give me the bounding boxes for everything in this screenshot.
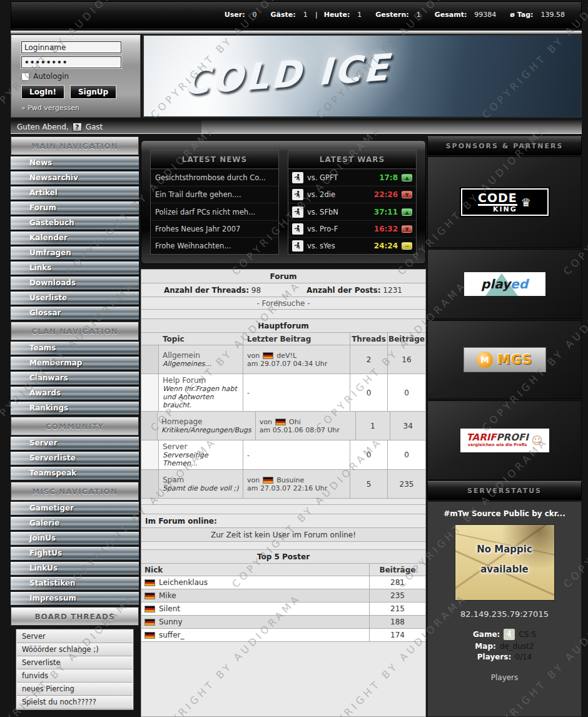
sidebar-nav-item[interactable]: Kalender bbox=[11, 231, 139, 245]
main-content: LATEST NEWS Gesichtsthrombose durch Co..… bbox=[141, 136, 426, 717]
war-row[interactable]: vs. GPFT 17:8 ▲ bbox=[288, 169, 416, 186]
sidebar-nav-item[interactable]: Serverliste bbox=[11, 452, 139, 465]
sponsors-header: SPONSORS & PARTNERS bbox=[427, 136, 582, 155]
forgot-password-link[interactable]: » Pwd vergessen bbox=[21, 104, 131, 112]
board-thread-link[interactable]: Spielst du noch????? bbox=[17, 696, 133, 709]
cs-player-icon bbox=[292, 240, 303, 252]
sidebar-nav-item[interactable]: JoinUs bbox=[11, 532, 139, 545]
serverstatus-panel: #mTw Source Public by ckr... No Mappic a… bbox=[427, 501, 582, 717]
password-input[interactable] bbox=[21, 56, 121, 68]
hauptforum-title: Hauptforum bbox=[141, 319, 425, 333]
news-wars-panel: LATEST NEWS Gesichtsthrombose durch Co..… bbox=[141, 140, 426, 264]
forum-topic-name[interactable]: Homepage bbox=[161, 417, 251, 426]
sidebar-nav-item[interactable]: Membermap bbox=[11, 357, 139, 370]
forum-topic-name[interactable]: Server bbox=[163, 442, 239, 451]
forum-topic-row[interactable]: Homepage Kritiken/Anregungen/Bugs vonOhi… bbox=[141, 412, 425, 440]
forum-topic-row[interactable]: Server Serverseitige Themen... - 0 0 bbox=[141, 440, 425, 470]
sidebar-nav-item[interactable]: Clanwars bbox=[11, 372, 139, 385]
forum-topic-row[interactable]: Spam Spamt die bude voll ;) vonBusuine a… bbox=[141, 470, 425, 499]
sidebar-nav-item[interactable]: Newsarchiv bbox=[11, 171, 139, 185]
latest-wars-box: LATEST WARS vs. GPFT 17:8 ▲ vs. 2di bbox=[288, 150, 417, 255]
top-poster-row[interactable]: Sunny 188 bbox=[141, 616, 425, 629]
sidebar-nav-item[interactable]: Userliste bbox=[11, 292, 139, 305]
news-item-link[interactable]: Gesichtsthrombose durch Co... bbox=[151, 169, 278, 186]
sidebar-nav-item[interactable]: Server bbox=[11, 437, 139, 450]
username-input[interactable] bbox=[21, 41, 121, 53]
top-poster-row[interactable]: Silent 215 bbox=[141, 603, 425, 616]
sidebar-nav-item[interactable]: Umfragen bbox=[11, 247, 139, 260]
flag-icon-de bbox=[263, 352, 273, 359]
sidebar-nav-item[interactable]: Awards bbox=[11, 387, 139, 400]
server-map-row: Map:de_dust2 bbox=[428, 642, 581, 651]
login-button[interactable]: LogIn! bbox=[21, 85, 64, 99]
sidebar-nav-item[interactable]: LinkUs bbox=[11, 562, 139, 575]
war-row[interactable]: vs. 2die 22:26 ▼ bbox=[288, 186, 416, 203]
forum-search-link[interactable]: - Forensuche - bbox=[141, 297, 425, 310]
sidebar-nav-item[interactable]: Statistiken bbox=[11, 577, 139, 590]
help-icon[interactable]: ? bbox=[73, 123, 82, 131]
flag-icon-de bbox=[275, 419, 286, 425]
forum-topic-name[interactable]: Spam bbox=[163, 475, 239, 484]
war-result-badge: ▼ bbox=[402, 225, 412, 233]
forum-topic-desc: Serverseitige Themen... bbox=[163, 451, 239, 467]
stat-item: Heute:1 bbox=[324, 11, 370, 19]
war-row[interactable]: vs. sYes 24:24 − bbox=[288, 237, 416, 254]
board-thread-link[interactable]: neues Piercing bbox=[17, 683, 133, 696]
sidebar-nav-item[interactable]: Rankings bbox=[11, 402, 139, 415]
autologin-checkbox[interactable] bbox=[21, 73, 29, 81]
sidebar-nav-item[interactable]: Gästebuch bbox=[11, 216, 139, 230]
board-thread-link[interactable]: Wööörder schlange ;) bbox=[17, 643, 133, 656]
war-row[interactable]: vs. Pro-F 16:32 ▼ bbox=[288, 220, 416, 237]
login-panel: Autologin LogIn! SignUp » Pwd vergessen bbox=[11, 34, 141, 118]
sidebar-nav-item[interactable]: Artikel bbox=[11, 186, 139, 200]
sidebar-nav-item[interactable]: Forum bbox=[11, 201, 139, 215]
top-poster-row[interactable]: Mike 235 bbox=[141, 589, 425, 603]
forum-last-post: vonBusuine am 27.03.07 22:16 Uhr bbox=[243, 470, 350, 498]
sponsor-played[interactable]: played bbox=[427, 249, 582, 319]
mgs-ball-icon: M bbox=[477, 352, 493, 368]
stat-item: Gesamt:99384 bbox=[435, 11, 504, 19]
signup-button[interactable]: SignUp bbox=[70, 85, 116, 99]
sidebar-nav-item[interactable]: Teams bbox=[11, 342, 139, 355]
board-thread-link[interactable]: Server bbox=[17, 630, 133, 643]
sidebar-nav-item[interactable]: Teamspeak bbox=[11, 467, 139, 480]
sidebar-nav-item[interactable]: Gametiger bbox=[11, 502, 139, 515]
stat-item: ø Tag:139.58 bbox=[510, 11, 572, 19]
top-poster-row[interactable]: suffer_ 174 bbox=[141, 629, 425, 642]
forum-topic-row[interactable]: Allgemein Allgemeines... vondeV!L am 29.… bbox=[141, 345, 425, 374]
sidebar-nav-item[interactable]: Downloads bbox=[11, 277, 139, 290]
sponsor-tarifprofi[interactable]: TARIFPROFI vergleichen wie die Profis ☺ bbox=[427, 400, 582, 480]
sidebar-nav-item[interactable]: Galerie bbox=[11, 517, 139, 530]
news-item-link[interactable]: Frohe Weihnachten... bbox=[151, 237, 278, 254]
nav-list-main: NewsNewsarchivArtikelForumGästebuchKalen… bbox=[11, 156, 139, 320]
mgs-logo: M MGS bbox=[464, 347, 546, 372]
forum-topic-row[interactable]: Help Forum Wenn Ihr Fragen habt und Antw… bbox=[141, 374, 425, 412]
war-score: 24:24 bbox=[374, 242, 398, 250]
news-item-link[interactable]: Ein Trail durfte gehen.... bbox=[151, 186, 278, 203]
flag-icon-de bbox=[144, 592, 155, 599]
news-item-link[interactable]: Polizei darf PCs nicht meh... bbox=[151, 203, 278, 220]
war-row[interactable]: vs. SFbN 37:11 ▲ bbox=[288, 203, 416, 220]
board-thread-link[interactable]: Serverliste bbox=[17, 656, 133, 669]
sidebar-nav-item[interactable]: News bbox=[11, 156, 139, 170]
forum-topic-name[interactable]: Help Forum bbox=[163, 376, 239, 385]
sponsor-codeking[interactable]: CODE KING ♛ bbox=[427, 156, 582, 248]
forum-online-message: Zur Zeit ist kein User im Forum online! bbox=[141, 528, 425, 542]
forum-topic-name[interactable]: Allgemein bbox=[163, 351, 239, 360]
board-thread-link[interactable]: funvids bbox=[17, 669, 133, 683]
sidebar-nav-item[interactable]: Impressum bbox=[11, 592, 139, 605]
forum-folder-icon bbox=[141, 440, 159, 469]
top-poster-row[interactable]: Leichenklaus 281 bbox=[141, 576, 425, 589]
forum-thread-count: 5 bbox=[350, 470, 388, 498]
sidebar-nav-item[interactable]: FightUs bbox=[11, 547, 139, 560]
forum-column-headers: Topic Letzter Beitrag Threads Beiträge bbox=[141, 333, 425, 345]
sidebar-nav-item[interactable]: Glossar bbox=[11, 307, 139, 320]
sidebar-nav-item[interactable]: Links bbox=[11, 262, 139, 275]
news-item-link[interactable]: Frohes Neues Jahr 2007 bbox=[151, 220, 278, 237]
forum-thread-count: 1 bbox=[356, 412, 391, 440]
nav-list-misc: GametigerGalerieJoinUsFightUsLinkUsStati… bbox=[11, 502, 139, 605]
stat-item: User:0 bbox=[225, 11, 265, 19]
top5-title: Top 5 Poster bbox=[141, 550, 425, 564]
players-link[interactable]: Players bbox=[491, 673, 519, 682]
sponsor-mgs[interactable]: M MGS bbox=[427, 320, 582, 399]
